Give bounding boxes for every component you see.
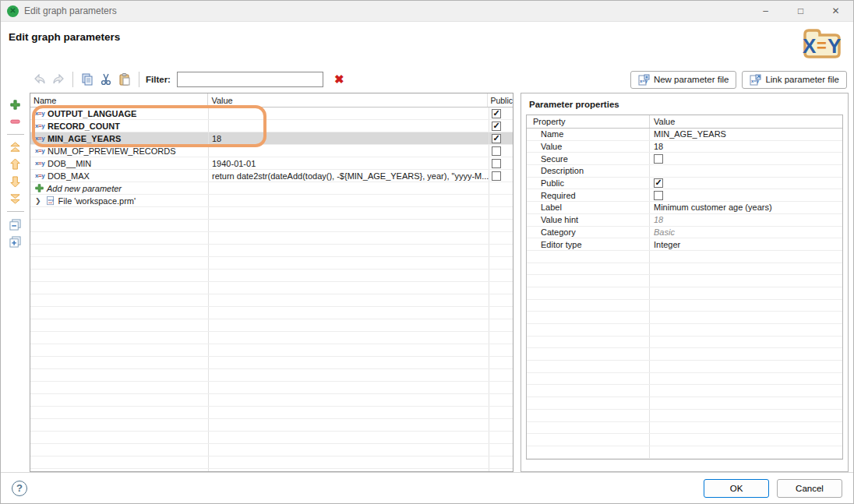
empty-row <box>30 270 513 282</box>
move-top-icon[interactable] <box>8 140 23 154</box>
column-header-public[interactable]: Public <box>488 93 513 107</box>
toolbar-separator <box>139 72 139 87</box>
table-row[interactable]: x=yOUTPUT_LANGUAGE <box>30 107 513 120</box>
table-row[interactable]: x=yMIN_AGE_YEARS18 <box>30 132 513 145</box>
maximize-button[interactable]: □ <box>783 1 818 21</box>
undo-icon[interactable] <box>31 72 48 87</box>
checkbox[interactable] <box>492 109 501 118</box>
property-row[interactable]: Required <box>527 189 842 202</box>
add-parameter-icon[interactable] <box>8 97 23 111</box>
property-name: Public <box>527 178 650 189</box>
property-row[interactable]: Public <box>527 178 842 190</box>
redo-icon[interactable] <box>50 72 67 87</box>
column-header-value[interactable]: Value <box>208 93 488 107</box>
column-header-name[interactable]: Name <box>30 93 208 107</box>
parameter-public-cell <box>489 132 513 144</box>
add-icon <box>35 184 44 192</box>
table-row[interactable]: x=yDOB_MAXreturn date2str(dateAdd(today(… <box>30 170 513 182</box>
parameter-value[interactable] <box>209 107 489 119</box>
toolbar-separator <box>72 72 73 87</box>
checkbox[interactable] <box>654 178 663 188</box>
property-name: Name <box>527 129 650 140</box>
minimize-button[interactable]: – <box>748 1 783 21</box>
link-parameter-file-button[interactable]: x=y Link parameter file <box>742 71 847 89</box>
svg-text:=: = <box>817 36 827 55</box>
property-row[interactable]: Value hint18 <box>527 214 842 227</box>
property-row[interactable]: NameMIN_AGE_YEARS <box>527 129 842 141</box>
empty-row <box>30 419 513 432</box>
cut-icon[interactable] <box>97 72 115 87</box>
empty-property-row <box>527 251 842 263</box>
empty-property-row <box>527 373 842 386</box>
parameter-value[interactable] <box>209 145 489 157</box>
property-row[interactable]: Value18 <box>527 141 842 153</box>
move-down-icon[interactable] <box>8 174 23 189</box>
side-toolbar-separator <box>7 134 24 135</box>
parameter-value[interactable]: 18 <box>209 132 489 144</box>
empty-row <box>30 456 513 469</box>
column-header-property[interactable]: Property <box>527 115 650 128</box>
parameter-value[interactable]: return date2str(dateAdd(today(), -${MIN_… <box>209 170 489 182</box>
property-name: Editor type <box>527 238 650 250</box>
dialog-header: Edit graph parameters X = Y <box>1 22 853 66</box>
add-new-parameter-row[interactable]: Add new parameter <box>30 182 513 195</box>
help-icon[interactable]: ? <box>12 481 27 496</box>
filter-input[interactable] <box>177 72 323 87</box>
panel-splitter[interactable] <box>513 93 521 472</box>
table-row[interactable]: x=yNUM_OF_PREVIEW_RECORDS <box>30 145 513 157</box>
table-row[interactable]: x=yRECORD_COUNT <box>30 120 513 132</box>
empty-property-row <box>527 287 842 300</box>
property-value[interactable] <box>650 165 842 177</box>
expand-chevron-icon[interactable]: ❯ <box>35 197 41 205</box>
property-row[interactable]: Editor typeInteger <box>527 238 842 251</box>
parameter-file-row[interactable]: ❯x=yFile 'workspace.prm' <box>30 195 513 207</box>
parameter-name: OUTPUT_LANGUAGE <box>48 109 136 118</box>
parameter-name: DOB_MAX <box>48 171 90 181</box>
table-row[interactable]: x=yDOB__MIN1940-01-01 <box>30 157 513 170</box>
cancel-button[interactable]: Cancel <box>777 479 842 498</box>
checkbox[interactable] <box>492 122 501 131</box>
parameter-value[interactable]: 1940-01-01 <box>209 157 489 169</box>
new-parameter-file-button[interactable]: x=y New parameter file <box>630 71 737 89</box>
property-row[interactable]: Description <box>527 165 842 178</box>
checkbox[interactable] <box>654 191 663 200</box>
checkbox[interactable] <box>654 154 663 164</box>
expand-all-icon[interactable] <box>8 234 23 248</box>
property-value[interactable]: Integer <box>650 238 842 250</box>
close-button[interactable]: ✕ <box>818 1 853 21</box>
collapse-all-icon[interactable] <box>8 217 23 231</box>
clear-filter-icon[interactable]: ✖ <box>334 72 344 86</box>
paste-icon[interactable] <box>116 72 133 87</box>
app-icon: ✕ <box>7 5 19 17</box>
property-value[interactable]: 18 <box>650 214 842 226</box>
move-bottom-icon[interactable] <box>8 192 23 206</box>
property-row[interactable]: LabelMinimum customer age (years) <box>527 202 842 214</box>
property-row[interactable]: Secure <box>527 153 842 165</box>
checkbox[interactable] <box>492 171 501 181</box>
main-area: Name Value Public x=yOUTPUT_LANGUAGEx=yR… <box>1 93 853 472</box>
empty-row <box>30 357 513 369</box>
copy-icon[interactable] <box>79 72 96 87</box>
property-name: Description <box>527 165 650 177</box>
move-up-icon[interactable] <box>8 157 23 171</box>
page-title: Edit graph parameters <box>9 31 120 43</box>
parameter-value[interactable] <box>209 120 489 132</box>
property-row[interactable]: CategoryBasic <box>527 227 842 239</box>
column-header-prop-value[interactable]: Value <box>650 115 842 128</box>
footer: ? OK Cancel <box>1 472 853 503</box>
property-value[interactable]: MIN_AGE_YEARS <box>650 129 842 140</box>
property-value[interactable]: 18 <box>650 141 842 153</box>
parameter-icon: x=y <box>35 136 44 142</box>
svg-text:x=y: x=y <box>48 198 54 202</box>
property-value[interactable]: Minimum customer age (years) <box>650 202 842 213</box>
parameter-properties-title: Parameter properties <box>521 93 848 115</box>
properties-table-header: Property Value <box>527 115 842 129</box>
checkbox[interactable] <box>492 134 501 143</box>
remove-parameter-icon[interactable] <box>8 115 23 129</box>
title-bar: ✕ Edit graph parameters – □ ✕ <box>1 1 853 22</box>
checkbox[interactable] <box>492 159 501 168</box>
ok-button[interactable]: OK <box>704 479 769 498</box>
property-value[interactable]: Basic <box>650 227 842 238</box>
checkbox[interactable] <box>492 146 501 156</box>
empty-property-row <box>527 397 842 410</box>
